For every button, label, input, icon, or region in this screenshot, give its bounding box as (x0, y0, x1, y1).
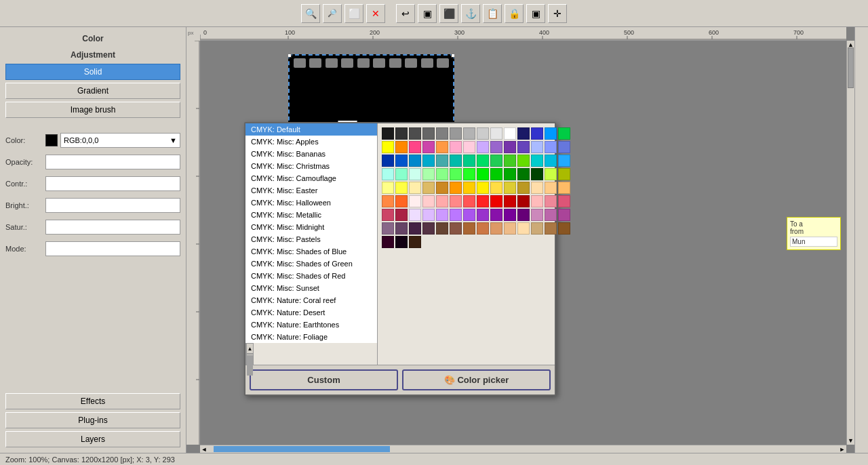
color-cell[interactable] (450, 195, 462, 207)
color-cell[interactable] (422, 209, 435, 221)
crop-button[interactable]: ⬜ (344, 4, 363, 23)
scrollbar-down-button[interactable]: ▼ (847, 437, 854, 445)
color-cell[interactable] (504, 127, 516, 140)
color-cell[interactable] (517, 195, 530, 207)
palette-item-shades-red[interactable]: CMYK: Misc: Shades of Red (245, 270, 377, 282)
color-cell[interactable] (422, 195, 435, 207)
color-cell[interactable] (517, 182, 530, 194)
palette-scroll-thumb[interactable] (247, 355, 253, 376)
scrollbar-right-button[interactable]: ► (838, 445, 846, 453)
color-cell[interactable] (395, 209, 408, 221)
color-cell[interactable] (545, 127, 557, 140)
color-cell[interactable] (504, 182, 516, 194)
canvas-area[interactable]: px 0 100 200 300 400 500 600 (186, 27, 854, 453)
color-cell[interactable] (409, 141, 421, 153)
palette-item-easter[interactable]: CMYK: Misc: Easter (245, 184, 377, 197)
color-cell[interactable] (558, 195, 570, 207)
color-cell[interactable] (490, 168, 502, 180)
gradient-button[interactable]: Gradient (5, 83, 180, 99)
color-cell[interactable] (517, 222, 530, 235)
palette-item-apples[interactable]: CMYK: Misc: Apples (245, 136, 377, 148)
color-cell[interactable] (422, 141, 435, 153)
color-cell[interactable] (531, 155, 543, 167)
saturation-input[interactable] (45, 220, 180, 235)
color-cell[interactable] (463, 141, 475, 153)
color-cell[interactable] (545, 141, 557, 153)
contrast-input[interactable] (45, 176, 180, 191)
color-cell[interactable] (517, 168, 530, 180)
color-swatch[interactable] (45, 134, 58, 146)
color-cell[interactable] (450, 168, 462, 180)
color-cell[interactable] (450, 182, 462, 194)
color-cell[interactable] (395, 182, 408, 194)
color-cell[interactable] (531, 141, 543, 153)
color-cell[interactable] (395, 195, 408, 207)
handle-tl[interactable] (288, 54, 292, 58)
color-cell[interactable] (382, 168, 394, 180)
color-cell[interactable] (395, 236, 408, 248)
color-cell[interactable] (558, 141, 570, 153)
color-cell[interactable] (545, 209, 557, 221)
color-cell[interactable] (409, 195, 421, 207)
effects-button[interactable]: Effects (5, 393, 180, 409)
color-cell[interactable] (477, 195, 489, 207)
color-cell[interactable] (450, 141, 462, 153)
color-cell[interactable] (395, 222, 408, 235)
select-move-button[interactable]: ⬛ (439, 4, 458, 23)
palette-item-foliage[interactable]: CMYK: Nature: Foliage (245, 331, 377, 343)
color-cell[interactable] (436, 222, 448, 235)
color-cell[interactable] (490, 182, 502, 194)
copy-button[interactable]: 📋 (483, 4, 502, 23)
color-cell[interactable] (504, 209, 516, 221)
color-cell[interactable] (490, 195, 502, 207)
scrollbar-left-button[interactable]: ◄ (200, 445, 208, 453)
palette-item-earthtones[interactable]: CMYK: Nature: Earthtones (245, 319, 377, 331)
color-cell[interactable] (382, 182, 394, 194)
color-cell[interactable] (463, 209, 475, 221)
color-cell[interactable] (422, 182, 435, 194)
color-cell[interactable] (463, 168, 475, 180)
color-cell[interactable] (450, 127, 462, 140)
vertical-scrollbar[interactable]: ▲ ▼ (846, 41, 854, 445)
color-cell[interactable] (395, 127, 408, 140)
solid-button[interactable]: Solid (5, 64, 180, 80)
color-cell[interactable] (409, 127, 421, 140)
vertical-scroll-thumb[interactable] (848, 47, 854, 88)
close-tool-button[interactable]: ✕ (366, 4, 385, 23)
color-cell[interactable] (477, 182, 489, 194)
color-cell[interactable] (477, 141, 489, 153)
color-cell[interactable] (504, 155, 516, 167)
color-cell[interactable] (545, 222, 557, 235)
color-cell[interactable] (436, 168, 448, 180)
color-cell[interactable] (531, 182, 543, 194)
horizontal-scrollbar[interactable]: ◄ ► (200, 445, 846, 453)
color-cell[interactable] (545, 168, 557, 180)
color-cell[interactable] (395, 155, 408, 167)
select-rect-button[interactable]: ▣ (418, 4, 437, 23)
color-cell[interactable] (558, 222, 570, 235)
color-cell[interactable] (531, 127, 543, 140)
color-cell[interactable] (490, 127, 502, 140)
color-cell[interactable] (490, 155, 502, 167)
layer-button[interactable]: ▣ (526, 4, 545, 23)
anchor-button[interactable]: ⚓ (461, 4, 480, 23)
palette-item-bananas[interactable]: CMYK: Misc: Bananas (245, 148, 377, 160)
palette-item-metallic[interactable]: CMYK: Misc: Metallic (245, 209, 377, 221)
color-cell[interactable] (422, 127, 435, 140)
color-cell[interactable] (436, 182, 448, 194)
color-cell[interactable] (409, 168, 421, 180)
color-dropdown[interactable]: RGB:0,0,0 ▼ (60, 133, 180, 148)
color-cell[interactable] (517, 141, 530, 153)
image-brush-button[interactable]: Image brush (5, 102, 180, 118)
color-cell[interactable] (545, 195, 557, 207)
color-cell[interactable] (477, 127, 489, 140)
color-cell[interactable] (463, 195, 475, 207)
color-cell[interactable] (558, 209, 570, 221)
color-cell[interactable] (409, 222, 421, 235)
palette-item-halloween[interactable]: CMYK: Misc: Halloween (245, 197, 377, 209)
brightness-input[interactable] (45, 198, 180, 213)
color-cell[interactable] (463, 127, 475, 140)
color-cell[interactable] (382, 209, 394, 221)
transform-button[interactable]: ✛ (548, 4, 567, 23)
palette-item-cmyk-default[interactable]: CMYK: Default (245, 123, 377, 136)
